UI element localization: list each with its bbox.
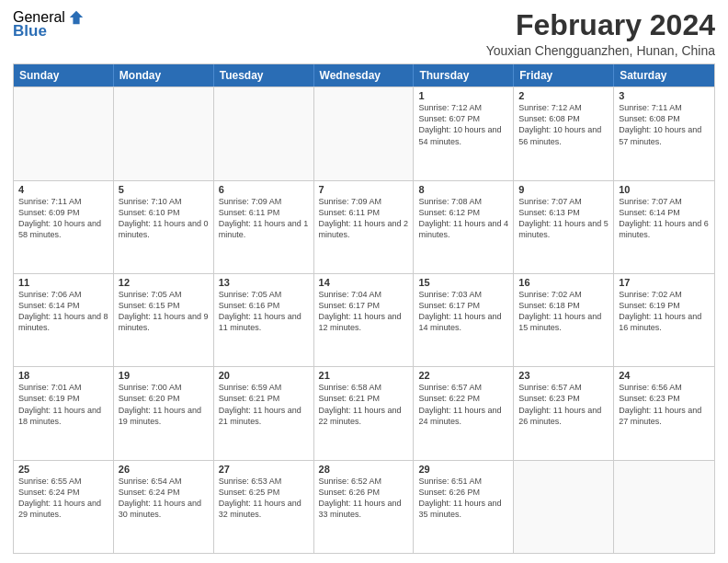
table-row: 28Sunrise: 6:52 AM Sunset: 6:26 PM Dayli…	[314, 461, 415, 553]
day-info: Sunrise: 7:07 AM Sunset: 6:13 PM Dayligh…	[518, 196, 609, 241]
table-row: 13Sunrise: 7:05 AM Sunset: 6:16 PM Dayli…	[214, 274, 314, 366]
table-row: 16Sunrise: 7:02 AM Sunset: 6:18 PM Dayli…	[514, 274, 614, 366]
table-row: 20Sunrise: 6:59 AM Sunset: 6:21 PM Dayli…	[214, 367, 314, 459]
day-info: Sunrise: 7:09 AM Sunset: 6:11 PM Dayligh…	[219, 196, 309, 241]
day-number: 16	[518, 277, 609, 288]
day-info: Sunrise: 7:01 AM Sunset: 6:19 PM Dayligh…	[18, 382, 108, 427]
day-number: 13	[219, 277, 309, 288]
table-row: 27Sunrise: 6:53 AM Sunset: 6:25 PM Dayli…	[214, 461, 314, 553]
table-row: 9Sunrise: 7:07 AM Sunset: 6:13 PM Daylig…	[514, 181, 614, 273]
day-info: Sunrise: 6:57 AM Sunset: 6:22 PM Dayligh…	[418, 382, 508, 427]
day-info: Sunrise: 6:51 AM Sunset: 6:26 PM Dayligh…	[418, 476, 508, 521]
day-number: 11	[18, 277, 108, 288]
table-row: 8Sunrise: 7:08 AM Sunset: 6:12 PM Daylig…	[414, 181, 514, 273]
page: General Blue February 2024 Youxian Cheng…	[0, 0, 728, 563]
header-tuesday: Tuesday	[214, 64, 314, 86]
table-row	[514, 461, 614, 553]
day-number: 26	[119, 464, 209, 475]
day-info: Sunrise: 6:57 AM Sunset: 6:23 PM Dayligh…	[518, 382, 609, 427]
day-info: Sunrise: 7:00 AM Sunset: 6:20 PM Dayligh…	[119, 382, 209, 427]
logo-blue: Blue	[13, 22, 47, 40]
day-info: Sunrise: 6:53 AM Sunset: 6:25 PM Dayligh…	[219, 476, 309, 521]
table-row: 22Sunrise: 6:57 AM Sunset: 6:22 PM Dayli…	[414, 367, 514, 459]
day-number: 29	[418, 464, 508, 475]
day-info: Sunrise: 7:07 AM Sunset: 6:14 PM Dayligh…	[619, 196, 710, 241]
day-info: Sunrise: 7:12 AM Sunset: 6:08 PM Dayligh…	[518, 102, 609, 147]
day-info: Sunrise: 7:03 AM Sunset: 6:17 PM Dayligh…	[418, 289, 508, 334]
header-saturday: Saturday	[614, 64, 714, 86]
day-number: 3	[619, 90, 710, 101]
day-number: 21	[319, 370, 409, 381]
calendar-week-3: 11Sunrise: 7:06 AM Sunset: 6:14 PM Dayli…	[14, 273, 714, 366]
header-wednesday: Wednesday	[314, 64, 415, 86]
day-number: 2	[518, 90, 609, 101]
day-number: 5	[119, 184, 209, 195]
table-row: 15Sunrise: 7:03 AM Sunset: 6:17 PM Dayli…	[414, 274, 514, 366]
table-row	[314, 87, 415, 179]
day-info: Sunrise: 7:06 AM Sunset: 6:14 PM Dayligh…	[18, 289, 108, 334]
main-title: February 2024	[486, 9, 715, 41]
table-row	[114, 87, 214, 179]
day-info: Sunrise: 7:05 AM Sunset: 6:16 PM Dayligh…	[219, 289, 309, 334]
header-sunday: Sunday	[14, 64, 114, 86]
day-number: 25	[18, 464, 108, 475]
table-row: 11Sunrise: 7:06 AM Sunset: 6:14 PM Dayli…	[14, 274, 114, 366]
day-info: Sunrise: 6:58 AM Sunset: 6:21 PM Dayligh…	[319, 382, 409, 427]
header-thursday: Thursday	[414, 64, 514, 86]
day-number: 17	[619, 277, 710, 288]
day-info: Sunrise: 6:55 AM Sunset: 6:24 PM Dayligh…	[18, 476, 108, 521]
calendar-week-1: 1Sunrise: 7:12 AM Sunset: 6:07 PM Daylig…	[14, 86, 714, 179]
table-row: 23Sunrise: 6:57 AM Sunset: 6:23 PM Dayli…	[514, 367, 614, 459]
table-row: 10Sunrise: 7:07 AM Sunset: 6:14 PM Dayli…	[614, 181, 714, 273]
table-row: 6Sunrise: 7:09 AM Sunset: 6:11 PM Daylig…	[214, 181, 314, 273]
table-row: 1Sunrise: 7:12 AM Sunset: 6:07 PM Daylig…	[414, 87, 514, 179]
day-info: Sunrise: 7:12 AM Sunset: 6:07 PM Dayligh…	[418, 102, 508, 147]
day-number: 22	[418, 370, 508, 381]
day-number: 10	[619, 184, 710, 195]
day-info: Sunrise: 7:05 AM Sunset: 6:15 PM Dayligh…	[119, 289, 209, 334]
table-row: 14Sunrise: 7:04 AM Sunset: 6:17 PM Dayli…	[314, 274, 415, 366]
calendar-week-2: 4Sunrise: 7:11 AM Sunset: 6:09 PM Daylig…	[14, 180, 714, 273]
day-number: 4	[18, 184, 108, 195]
header-friday: Friday	[514, 64, 614, 86]
day-number: 9	[518, 184, 609, 195]
day-number: 7	[319, 184, 409, 195]
day-info: Sunrise: 7:11 AM Sunset: 6:09 PM Dayligh…	[18, 196, 108, 241]
day-info: Sunrise: 6:54 AM Sunset: 6:24 PM Dayligh…	[119, 476, 209, 521]
table-row: 7Sunrise: 7:09 AM Sunset: 6:11 PM Daylig…	[314, 181, 415, 273]
day-info: Sunrise: 7:02 AM Sunset: 6:19 PM Dayligh…	[619, 289, 710, 334]
day-info: Sunrise: 7:02 AM Sunset: 6:18 PM Dayligh…	[518, 289, 609, 334]
table-row: 24Sunrise: 6:56 AM Sunset: 6:23 PM Dayli…	[614, 367, 714, 459]
day-info: Sunrise: 6:59 AM Sunset: 6:21 PM Dayligh…	[219, 382, 309, 427]
calendar: Sunday Monday Tuesday Wednesday Thursday…	[13, 63, 715, 554]
calendar-header: Sunday Monday Tuesday Wednesday Thursday…	[14, 64, 714, 86]
day-number: 1	[418, 90, 508, 101]
table-row: 3Sunrise: 7:11 AM Sunset: 6:08 PM Daylig…	[614, 87, 714, 179]
table-row: 12Sunrise: 7:05 AM Sunset: 6:15 PM Dayli…	[114, 274, 214, 366]
logo: General Blue	[13, 9, 85, 40]
table-row: 25Sunrise: 6:55 AM Sunset: 6:24 PM Dayli…	[14, 461, 114, 553]
table-row: 17Sunrise: 7:02 AM Sunset: 6:19 PM Dayli…	[614, 274, 714, 366]
table-row	[14, 87, 114, 179]
logo-icon	[68, 9, 85, 26]
table-row: 2Sunrise: 7:12 AM Sunset: 6:08 PM Daylig…	[514, 87, 614, 179]
day-number: 27	[219, 464, 309, 475]
table-row: 21Sunrise: 6:58 AM Sunset: 6:21 PM Dayli…	[314, 367, 415, 459]
header: General Blue February 2024 Youxian Cheng…	[13, 9, 715, 58]
svg-marker-0	[70, 11, 83, 24]
day-info: Sunrise: 7:10 AM Sunset: 6:10 PM Dayligh…	[119, 196, 209, 241]
day-number: 18	[18, 370, 108, 381]
day-number: 20	[219, 370, 309, 381]
day-number: 8	[418, 184, 508, 195]
table-row	[214, 87, 314, 179]
table-row: 29Sunrise: 6:51 AM Sunset: 6:26 PM Dayli…	[414, 461, 514, 553]
day-info: Sunrise: 7:11 AM Sunset: 6:08 PM Dayligh…	[619, 102, 710, 147]
day-number: 24	[619, 370, 710, 381]
table-row: 4Sunrise: 7:11 AM Sunset: 6:09 PM Daylig…	[14, 181, 114, 273]
day-info: Sunrise: 6:52 AM Sunset: 6:26 PM Dayligh…	[319, 476, 409, 521]
day-number: 6	[219, 184, 309, 195]
day-number: 23	[518, 370, 609, 381]
day-info: Sunrise: 7:08 AM Sunset: 6:12 PM Dayligh…	[418, 196, 508, 241]
day-info: Sunrise: 7:04 AM Sunset: 6:17 PM Dayligh…	[319, 289, 409, 334]
calendar-week-5: 25Sunrise: 6:55 AM Sunset: 6:24 PM Dayli…	[14, 460, 714, 553]
